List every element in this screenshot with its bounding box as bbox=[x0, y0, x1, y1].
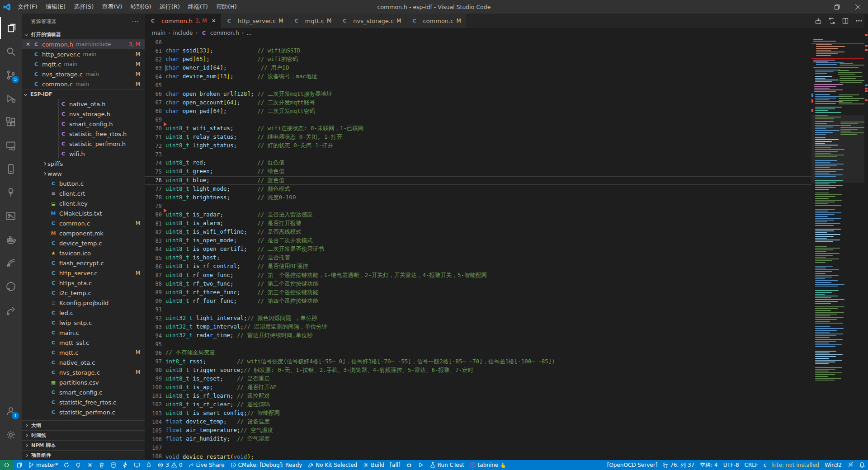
status-run-ctest[interactable]: Run CTest bbox=[427, 460, 467, 470]
run-debug-icon[interactable] bbox=[0, 88, 22, 109]
tree-file-lwip_sntp.c[interactable]: Clwip_sntp.c bbox=[22, 318, 145, 328]
tree-file-smart_config.h[interactable]: Csmart_config.h bbox=[22, 119, 145, 129]
tree-file-partitions.csv[interactable]: ▦partitions.csv bbox=[22, 377, 145, 387]
status-live-share[interactable]: Live Share bbox=[185, 460, 227, 470]
remote-explorer-icon[interactable] bbox=[0, 135, 22, 156]
code-editor[interactable]: 60 61char ssid[33]; // wifi的SSID62char p… bbox=[145, 38, 868, 460]
minimize-button[interactable] bbox=[806, 0, 826, 14]
tree-file-nvs_storage.c[interactable]: Cnvs_storage.cM bbox=[22, 367, 145, 377]
tab-http_server.c[interactable]: Chttp_server.cM bbox=[221, 14, 288, 28]
tab-mqtt.c[interactable]: Cmqtt.cM bbox=[288, 14, 336, 28]
restore-button[interactable] bbox=[826, 0, 847, 14]
close-button[interactable] bbox=[847, 0, 868, 14]
status-platform[interactable]: Win32 bbox=[822, 460, 844, 470]
sidebar-section-时间线[interactable]: 时间线 bbox=[22, 430, 145, 440]
status-git-branch[interactable]: master* bbox=[25, 460, 61, 470]
status-remote-window[interactable] bbox=[0, 460, 14, 470]
status-kite-status[interactable]: kite: not installed bbox=[769, 460, 822, 470]
sidebar-section-大纲[interactable]: 大纲 bbox=[22, 420, 145, 430]
minimap[interactable] bbox=[811, 38, 864, 460]
tree-file-Kconfig.projbuild[interactable]: ≡Kconfig.projbuild bbox=[22, 298, 145, 308]
status-monitor-device[interactable] bbox=[131, 460, 143, 470]
sidebar-section-项目组件[interactable]: 项目组件 bbox=[22, 450, 145, 460]
status-cmake-build[interactable]: Build bbox=[360, 460, 387, 470]
open-editor-item[interactable]: Cnvs_storage.cmainM bbox=[22, 69, 145, 79]
tree-file-flash_encrypt.c[interactable]: Cflash_encrypt.c bbox=[22, 258, 145, 268]
espressif-icon[interactable] bbox=[0, 252, 22, 274]
tree-file-https_ota.c[interactable]: Chttps_ota.c bbox=[22, 278, 145, 288]
tree-file-statistic_perfmon.c[interactable]: Cstatistic_perfmon.c bbox=[22, 407, 145, 417]
accounts-icon[interactable]: 1 bbox=[0, 400, 22, 422]
split-editor-icon[interactable] bbox=[842, 17, 849, 24]
download-icon[interactable] bbox=[815, 17, 822, 24]
tree-file-favicon.ico[interactable]: ★favicon.ico bbox=[22, 248, 145, 258]
tree-file-smart_config.c[interactable]: Csmart_config.c bbox=[22, 387, 145, 397]
breadcrumb-item[interactable]: ... bbox=[247, 30, 252, 36]
tree-folder-spiffs[interactable]: spiffs bbox=[22, 159, 145, 169]
close-icon[interactable]: ✕ bbox=[212, 18, 216, 24]
status-serial-port[interactable] bbox=[72, 460, 84, 470]
image-preview-icon[interactable] bbox=[0, 205, 22, 227]
status-cursor-position[interactable]: 行 76, 列 37 bbox=[660, 460, 697, 470]
docker-icon[interactable] bbox=[0, 229, 22, 250]
breadcrumb[interactable]: main›include›Ccommon.h›... bbox=[145, 28, 868, 38]
tree-file-common.c[interactable]: Ccommon.cM bbox=[22, 218, 145, 228]
menu-s[interactable]: 选择(S) bbox=[70, 0, 98, 14]
status-erase-flash[interactable] bbox=[108, 460, 119, 470]
close-icon[interactable]: ✕ bbox=[24, 41, 32, 47]
tree-file-http_server.c[interactable]: Chttp_server.cM bbox=[22, 268, 145, 278]
status-esp-idf-docs[interactable] bbox=[14, 460, 25, 470]
menu-h[interactable]: 帮助(H) bbox=[212, 0, 241, 14]
menu-f[interactable]: 文件(F) bbox=[14, 0, 42, 14]
tree-file-client.crt[interactable]: ≡client.crt bbox=[22, 188, 145, 198]
status-tabnine[interactable]: tabnine bbox=[467, 460, 509, 470]
menu-v[interactable]: 查看(V) bbox=[98, 0, 126, 14]
explorer-icon[interactable] bbox=[0, 17, 22, 39]
open-editors-header[interactable]: 打开的编辑器 bbox=[22, 29, 145, 39]
tree-file-wifi.h[interactable]: Cwifi.h bbox=[22, 149, 145, 159]
status-indentation[interactable]: 空格: 4 bbox=[697, 460, 721, 470]
explorer-more-actions-icon[interactable]: ··· bbox=[132, 18, 139, 25]
tab-nvs_storage.c[interactable]: Cnvs_storage.cM bbox=[336, 14, 406, 28]
status-language-mode[interactable]: c bbox=[761, 460, 769, 470]
tree-file-i2c_temp.c[interactable]: Ci2c_temp.c bbox=[22, 288, 145, 298]
tree-file-statistic_perfmon.h[interactable]: Cstatistic_perfmon.h bbox=[22, 139, 145, 149]
status-flash-device[interactable] bbox=[119, 460, 131, 470]
tree-folder-www[interactable]: www bbox=[22, 169, 145, 179]
extensions-icon[interactable] bbox=[0, 111, 22, 133]
tree-file-button.c[interactable]: Cbutton.c bbox=[22, 179, 145, 188]
tree-file-led.c[interactable]: Cled.c bbox=[22, 308, 145, 318]
menu-t[interactable]: 终端(T) bbox=[184, 0, 212, 14]
tree-file-native_ota.h[interactable]: Cnative_ota.h bbox=[22, 99, 145, 109]
breadcrumb-item[interactable]: include bbox=[173, 30, 193, 36]
status-notifications[interactable] bbox=[856, 460, 868, 470]
device-manager-icon[interactable] bbox=[0, 158, 22, 180]
overview-ruler[interactable] bbox=[864, 14, 868, 460]
status-openocd-server[interactable]: [OpenOCD Server] bbox=[604, 460, 660, 470]
tree-file-nvs_storage.h[interactable]: Cnvs_storage.h bbox=[22, 109, 145, 119]
tree-file-mqtt_ssl.c[interactable]: Cmqtt_ssl.c bbox=[22, 338, 145, 348]
tree-file-CMakeLists.txt[interactable]: MCMakeLists.txt bbox=[22, 208, 145, 218]
tab-common.c[interactable]: Ccommon.cM bbox=[406, 14, 465, 28]
live-share-icon[interactable] bbox=[0, 299, 22, 321]
status-cmake-status[interactable]: CMake: [Debug]: Ready bbox=[227, 460, 305, 470]
status-debug-target[interactable] bbox=[403, 460, 415, 470]
settings-icon[interactable] bbox=[0, 424, 22, 446]
menu-r[interactable]: 运行(R) bbox=[156, 0, 184, 14]
menu-g[interactable]: 转到(G) bbox=[126, 0, 155, 14]
status-build-target[interactable]: [all] bbox=[387, 460, 403, 470]
menu-e[interactable]: 编辑(E) bbox=[42, 0, 70, 14]
status-debug-device[interactable] bbox=[143, 460, 155, 470]
search-icon[interactable] bbox=[0, 41, 22, 62]
github-icon[interactable] bbox=[0, 276, 22, 297]
tree-file-component.mk[interactable]: Mcomponent.mk bbox=[22, 228, 145, 238]
source-control-icon[interactable]: 5 bbox=[0, 64, 22, 86]
tree-file-main.c[interactable]: Cmain.c bbox=[22, 328, 145, 338]
status-device-target[interactable] bbox=[84, 460, 96, 470]
status-eol[interactable]: CRLF bbox=[742, 460, 761, 470]
open-editor-item[interactable]: Ccommon.cmainM bbox=[22, 79, 145, 89]
tree-file-client.key[interactable]: ⬓client.key bbox=[22, 198, 145, 208]
status-sync[interactable] bbox=[61, 460, 72, 470]
status-launch-target[interactable] bbox=[415, 460, 427, 470]
breadcrumb-item[interactable]: common.h bbox=[210, 30, 239, 36]
